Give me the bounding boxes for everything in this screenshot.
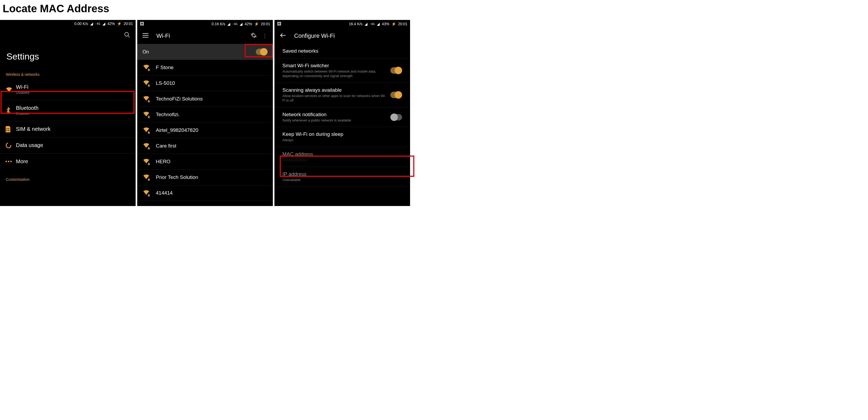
battery-percent: 42% [107, 22, 115, 26]
screenshot-settings: 0.00 K/s ◢ : 4G ◢ 42% ⚡ 20:01 Settings W… [0, 20, 135, 206]
status-bar: 🖼 0.16 K/s ◢ : 4G ◢ 42% ⚡ 20:01 [137, 20, 273, 28]
config-item[interactable]: Keep Wi-Fi on during sleep Always [274, 127, 410, 147]
toggle-label: On [143, 49, 149, 55]
network-name: LS-5010 [156, 80, 175, 86]
net-type: : 4G [95, 22, 100, 25]
signal-icon: ◢ [365, 22, 368, 26]
toggle-switch[interactable] [391, 67, 402, 74]
config-label: Smart Wi-Fi switcher [282, 63, 387, 69]
wifi-icon [5, 87, 16, 93]
item-label: More [16, 158, 130, 165]
settings-item-bluetooth[interactable]: Bluetooth Disabled [0, 100, 135, 121]
network-name: HERO [156, 159, 170, 165]
signal-icon-2: ◢ [377, 22, 380, 26]
svg-line-1 [128, 36, 129, 37]
wifi-network-row[interactable]: 🔒 HERO [137, 154, 273, 170]
lock-icon: 🔒 [147, 178, 150, 181]
image-icon: 🖼 [277, 22, 281, 26]
wifi-signal-icon: 🔒 [143, 174, 156, 181]
config-sub: Automatically switch between Wi-Fi netwo… [282, 69, 387, 78]
svg-rect-5 [8, 130, 9, 131]
signal-icon-2: ◢ [240, 22, 243, 26]
config-item[interactable]: Scanning always available Allow location… [274, 83, 410, 107]
wifi-toggle-row[interactable]: On [137, 44, 273, 60]
lock-icon: 🔒 [147, 100, 150, 102]
item-label: Wi-Fi [16, 84, 130, 90]
item-label: Bluetooth [16, 105, 130, 111]
net-type: : 4G [232, 23, 238, 26]
config-item[interactable]: Saved networks [274, 44, 410, 59]
wifi-switch[interactable] [256, 49, 268, 55]
item-sub: Disabled [16, 91, 130, 95]
settings-item-data-usage[interactable]: Data usage [0, 137, 135, 154]
settings-title: Settings [0, 43, 135, 70]
network-name: Technofizi. [156, 111, 180, 118]
config-label: Scanning always available [282, 87, 387, 93]
configure-title: Configure Wi-Fi [294, 32, 405, 39]
back-arrow-icon[interactable] [280, 32, 286, 40]
config-item[interactable]: MAC address —:—:—:—:—:— [274, 147, 410, 167]
page-heading: Locate MAC Address [0, 0, 868, 20]
battery-percent: 43% [382, 22, 389, 26]
config-item[interactable]: Network notification Notify whenever a p… [274, 107, 410, 127]
lock-icon: 🔒 [147, 84, 150, 87]
wifi-network-row[interactable]: 🔒 TechnoFiZi Solutions [137, 91, 273, 107]
bluetooth-icon [5, 107, 16, 114]
network-name: Prior Tech Solution [156, 174, 198, 180]
sim-icon [5, 126, 16, 132]
network-name: TechnoFiZi Solutions [156, 96, 203, 102]
wifi-signal-icon: 🔒 [143, 95, 156, 102]
wifi-signal-icon: 🔒 [143, 190, 156, 196]
settings-item-wifi[interactable]: Wi-Fi Disabled [0, 79, 135, 100]
clock: 20:01 [124, 22, 133, 26]
wifi-signal-icon: 🔒 [143, 111, 156, 118]
net-speed: 0.16 K/s [212, 22, 225, 26]
lock-icon: 🔒 [147, 116, 150, 118]
toggle-switch[interactable] [391, 114, 402, 121]
lock-icon: 🔒 [147, 68, 150, 71]
lock-icon: 🔒 [147, 147, 150, 150]
status-bar: 🖼 16.4 K/s ◢ : 4G ◢ 43% ⚡ 20:01 [274, 20, 410, 28]
wifi-network-row[interactable]: 🔒 F Stone [137, 60, 273, 75]
wifi-network-row[interactable]: 🔒 Prior Tech Solution [137, 170, 273, 185]
config-label: Network notification [282, 111, 387, 118]
settings-item-sim[interactable]: SIM & network [0, 121, 135, 137]
screenshot-configure-wifi: 🖼 16.4 K/s ◢ : 4G ◢ 43% ⚡ 20:01 Configur… [274, 20, 410, 206]
item-label: Data usage [16, 142, 130, 148]
hamburger-icon[interactable] [143, 33, 148, 39]
charging-icon: ⚡ [254, 22, 259, 26]
screenshot-wifi-list: 🖼 0.16 K/s ◢ : 4G ◢ 42% ⚡ 20:01 Wi-Fi ⋮ … [137, 20, 273, 206]
wifi-network-row[interactable]: 🔒 LS-5010 [137, 75, 273, 91]
config-item[interactable]: Smart Wi-Fi switcher Automatically switc… [274, 59, 410, 83]
settings-item-more[interactable]: ••• More [0, 154, 135, 169]
clock: 20:01 [261, 22, 270, 26]
config-item[interactable]: IP address Unavailable [274, 167, 410, 187]
network-name: Airtel_9982047820 [156, 127, 198, 133]
item-label: SIM & network [16, 126, 130, 132]
item-sub: Disabled [16, 111, 130, 116]
lock-icon: 🔒 [147, 194, 150, 196]
charging-icon: ⚡ [392, 22, 396, 26]
gear-icon[interactable] [250, 32, 257, 40]
search-icon[interactable] [124, 32, 130, 39]
config-sub: Unavailable [282, 178, 399, 182]
config-label: IP address [282, 171, 399, 177]
net-speed: 16.4 K/s [349, 22, 363, 26]
charging-icon: ⚡ [117, 22, 122, 26]
section-wireless: Wireless & networks [0, 70, 135, 79]
wifi-signal-icon: 🔒 [143, 64, 156, 71]
net-speed: 0.00 K/s [74, 22, 88, 26]
wifi-network-row[interactable]: 🔒 414414 [137, 185, 273, 201]
lock-icon: 🔒 [147, 131, 150, 134]
wifi-network-row[interactable]: 🔒 Technofizi. [137, 107, 273, 123]
overflow-menu-icon[interactable]: ⋮ [262, 33, 268, 39]
wifi-signal-icon: 🔒 [143, 127, 156, 134]
wifi-title: Wi-Fi [156, 32, 245, 39]
config-label: Keep Wi-Fi on during sleep [282, 131, 399, 137]
toggle-switch[interactable] [391, 92, 402, 98]
wifi-network-row[interactable]: 🔒 Care first [137, 138, 273, 154]
config-sub: Always [282, 138, 399, 142]
wifi-network-row[interactable]: 🔒 Airtel_9982047820 [137, 123, 273, 138]
config-sub: Allow location services or other apps to… [282, 94, 387, 103]
svg-rect-3 [8, 128, 9, 129]
